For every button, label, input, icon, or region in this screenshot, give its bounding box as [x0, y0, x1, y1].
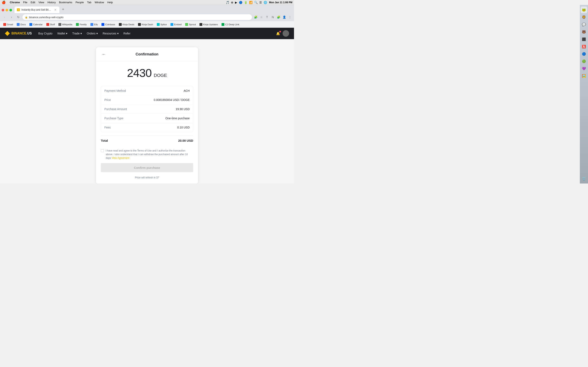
- agreement-checkbox[interactable]: [101, 149, 104, 152]
- binance-nav-right: 🔔: [276, 30, 289, 37]
- detail-price: Price 0.0081893004 USD / DOGE: [101, 95, 193, 105]
- bookmark-stuff-label: Stuff: [50, 23, 55, 26]
- card-header: ← Confirmation: [96, 47, 198, 61]
- binance-logo-icon: [5, 31, 10, 36]
- bookmark-gmail-icon: [3, 23, 6, 26]
- bookmark-kinja-dash[interactable]: Kinja Dash: [136, 22, 155, 26]
- detail-payment-method: Payment Method ACH: [101, 86, 193, 95]
- detail-value-payment: ACH: [183, 89, 190, 92]
- total-value: 20.00 USD: [178, 139, 193, 142]
- menubar-view[interactable]: View: [38, 1, 44, 4]
- nav-wallet[interactable]: Wallet ▾: [57, 32, 67, 35]
- menubar-file[interactable]: File: [23, 1, 27, 4]
- window-maximize-button[interactable]: [9, 9, 12, 11]
- menubar-history[interactable]: History: [47, 1, 56, 4]
- bookmark-embed[interactable]: Embed: [169, 22, 183, 26]
- menu-dots-icon[interactable]: ⋮: [287, 15, 292, 20]
- nav-refer[interactable]: Refer: [123, 32, 130, 35]
- confirmation-card: ← Confirmation 2430 DOGE Payment Method: [96, 47, 198, 184]
- nav-buy-crypto[interactable]: Buy Crypto: [38, 32, 52, 35]
- bookmark-splice[interactable]: Splice: [155, 22, 168, 26]
- agreement-section: I have read and agree to the Terms of Us…: [101, 149, 193, 160]
- bookmark-kinja-updates-label: Kinja Updates: [203, 23, 218, 26]
- bookmark-kinja-updates[interactable]: Kinja Updates: [198, 22, 219, 26]
- main-content: ← Confirmation 2430 DOGE Payment Method: [0, 39, 294, 184]
- tab-bar: B Instantly Buy and Sell Bitcoin, × +: [0, 5, 294, 13]
- bookmark-coinbase[interactable]: Coinbase: [100, 22, 117, 26]
- menubar-help[interactable]: Help: [107, 1, 113, 4]
- apple-menu[interactable]: 🍎: [2, 0, 6, 4]
- bookmark-elly[interactable]: Elly: [89, 22, 100, 26]
- nav-trade[interactable]: Trade ▾: [72, 32, 82, 35]
- avatar-icon[interactable]: 👤: [282, 15, 287, 20]
- bookmark-sprout[interactable]: Sprout: [183, 22, 198, 26]
- menubar-window[interactable]: Window: [95, 1, 104, 4]
- detail-label-price: Price: [104, 98, 111, 101]
- window-minimize-button[interactable]: [6, 9, 8, 11]
- binance-logo[interactable]: BINANCE.US: [5, 31, 32, 36]
- back-button[interactable]: ←: [101, 51, 107, 57]
- bookmark-sprout-label: Sprout: [189, 23, 196, 26]
- bookmark-coinbase-icon: [102, 23, 104, 26]
- puzzle-icon[interactable]: 🧩: [276, 15, 281, 20]
- bookmark-elly-icon: [90, 23, 93, 26]
- url-text: binance.us/en/buy-sell-crypto: [29, 16, 63, 19]
- menubar-right: 🎵 ⊕ ▶ 🔵 🔋 📶 🔍 ☰ 🌐 Mon Jan 11 1:06 PM: [226, 1, 292, 4]
- bookmark-star-icon[interactable]: ☆: [259, 15, 264, 20]
- logo-binance: BINANCE: [11, 32, 26, 35]
- bookmark-calendar-icon: [29, 23, 32, 26]
- bookmark-docs-label: Docs: [20, 23, 26, 26]
- extensions-icon[interactable]: 🧩: [253, 15, 258, 20]
- confirm-purchase-button[interactable]: Confirm purchase: [101, 163, 193, 172]
- logo-us: US: [27, 32, 32, 35]
- bookmark-coinbase-label: Coinbase: [105, 23, 115, 26]
- bookmark-wikipedia[interactable]: Wikipedia: [57, 22, 74, 26]
- back-button[interactable]: ‹: [2, 14, 7, 20]
- bookmark-cj-deep-link[interactable]: CJ Deep Link: [220, 22, 241, 26]
- menubar-edit[interactable]: Edit: [31, 1, 35, 4]
- bookmark-kinja-dash-icon: [138, 23, 141, 26]
- window-controls: [2, 9, 12, 11]
- bookmark-feedly-label: Feedly: [80, 23, 87, 26]
- chrome-window: B Instantly Buy and Sell Bitcoin, × + ‹ …: [0, 5, 294, 184]
- sync-icon[interactable]: N: [270, 15, 275, 20]
- bookmark-stuff[interactable]: Stuff: [45, 22, 56, 26]
- notification-badge: [279, 31, 281, 33]
- tab-close-button[interactable]: ×: [54, 8, 57, 11]
- browser-tab-active[interactable]: B Instantly Buy and Sell Bitcoin, ×: [15, 7, 60, 13]
- detail-label-purchase-amount: Purchase Amount: [104, 108, 127, 111]
- menubar-chrome[interactable]: Chrome: [10, 1, 20, 4]
- bookmark-calendar[interactable]: Calendar: [28, 22, 44, 26]
- bookmark-feedly[interactable]: Feedly: [74, 22, 88, 26]
- bookmark-embed-icon: [171, 23, 173, 26]
- card-body: 2430 DOGE Payment Method ACH Price 0.008…: [96, 61, 198, 184]
- menubar-bookmarks[interactable]: Bookmarks: [59, 1, 72, 4]
- notifications-bell-icon[interactable]: 🔔: [276, 32, 280, 35]
- reload-button[interactable]: ↻: [16, 14, 21, 20]
- bookmark-gmail[interactable]: Gmail: [2, 22, 15, 26]
- menubar-icons: 🎵 ⊕ ▶ 🔵 🔋 📶 🔍 ☰ 🌐: [226, 1, 267, 4]
- detail-purchase-type: Purchase Type One-time purchase: [101, 114, 193, 123]
- view-agreement-link[interactable]: View Agreement: [112, 157, 130, 159]
- bookmark-kinja-deals-label: Kinja Deals: [122, 23, 134, 26]
- bookmark-kinja-updates-icon: [199, 23, 202, 26]
- forward-button[interactable]: ›: [9, 14, 14, 20]
- menubar-tab[interactable]: Tab: [87, 1, 91, 4]
- user-avatar[interactable]: [283, 30, 289, 37]
- bookmark-kinja-deals[interactable]: Kinja Deals: [117, 22, 136, 26]
- window-close-button[interactable]: [2, 9, 4, 11]
- new-tab-button[interactable]: +: [60, 7, 66, 12]
- amount-currency: DOGE: [154, 73, 167, 78]
- detail-label-purchase-type: Purchase Type: [104, 117, 123, 120]
- detail-value-fees: 0.10 USD: [177, 126, 190, 129]
- url-bar[interactable]: 🔒 binance.us/en/buy-sell-crypto: [22, 14, 252, 20]
- bookmark-elly-label: Elly: [94, 23, 98, 26]
- confirmation-title: Confirmation: [136, 52, 158, 57]
- bookmark-docs[interactable]: Docs: [15, 22, 27, 26]
- menubar-people[interactable]: People: [76, 1, 84, 4]
- profile-icon[interactable]: T: [265, 15, 269, 20]
- nav-resources[interactable]: Resources ▾: [103, 32, 119, 35]
- purchase-details: Payment Method ACH Price 0.0081893004 US…: [101, 86, 193, 132]
- security-lock-icon: 🔒: [25, 16, 28, 18]
- nav-orders[interactable]: Orders ▾: [87, 32, 98, 35]
